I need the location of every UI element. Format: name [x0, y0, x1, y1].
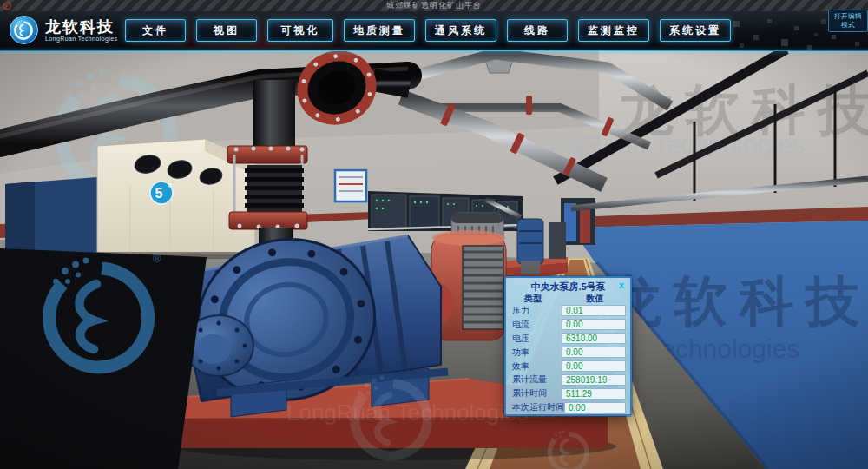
row-value: 258019.19 [562, 374, 626, 386]
pump-data-panel: 中央水泵房.5号泵 x 类型 数值 压力 0.01 电流 0.00 电压 631… [504, 276, 632, 416]
deco-square [767, 19, 772, 23]
table-row: 电压 6310.00 [506, 332, 630, 346]
brand-name: 龙软科技 [45, 19, 117, 36]
pump-room-3d-view: 龙软科技 LongRuan Technologies 龙软科技 LongRuan… [0, 50, 868, 469]
menu-system-settings[interactable]: 系统设置 [660, 19, 731, 42]
vignette [0, 50, 868, 469]
row-value: 511.29 [562, 388, 626, 400]
panel-column-headers: 类型 数值 [506, 293, 630, 304]
table-row: 累计时间 511.29 [506, 386, 630, 400]
deco-square [814, 33, 818, 36]
main-menu: 文件 视图 可视化 地质测量 通风系统 线路 监测监控 系统设置 [125, 19, 731, 42]
row-label: 压力 [512, 305, 562, 317]
row-label: 累计时间 [512, 387, 562, 400]
menu-ventilation[interactable]: 通风系统 [425, 19, 496, 42]
deco-square [740, 43, 744, 48]
deco-square [855, 42, 859, 46]
row-label: 本次运行时间 [512, 401, 564, 413]
deco-square [832, 35, 836, 39]
brand-subtitle: LongRuan Technologies [45, 36, 117, 42]
panel-title: 中央水泵房.5号泵 [530, 281, 605, 292]
table-row: 功率 0.00 [506, 346, 630, 360]
table-row: 效率 0.00 [506, 360, 630, 373]
row-label: 效率 [512, 360, 562, 373]
menu-visualization[interactable]: 可视化 [267, 19, 333, 42]
row-label: 电流 [512, 319, 562, 331]
table-row: 本次运行时间 0.00 [506, 400, 630, 414]
deco-square [821, 19, 826, 24]
close-icon[interactable]: x [619, 279, 624, 292]
row-label: 电压 [512, 333, 562, 345]
menu-view[interactable]: 视图 [196, 19, 257, 42]
row-value: 0.00 [562, 319, 626, 330]
row-value: 0.00 [564, 402, 626, 413]
row-value: 0.01 [562, 305, 626, 316]
menu-lines[interactable]: 线路 [507, 19, 568, 42]
menu-bar: 龙软科技 LongRuan Technologies 文件 视图 可视化 地质测… [0, 11, 868, 50]
deco-square [753, 35, 759, 40]
table-row: 累计流量 258019.19 [506, 373, 630, 386]
deco-square [807, 45, 812, 50]
open-edit-mode-button[interactable]: 打开编辑模式 [828, 10, 868, 32]
menu-monitoring[interactable]: 监测监控 [578, 19, 649, 42]
brand-logo: 龙软科技 LongRuan Technologies [9, 15, 117, 45]
table-row: 压力 0.01 [506, 304, 630, 318]
row-label: 功率 [512, 347, 562, 359]
deco-square [794, 26, 799, 30]
row-value: 0.00 [562, 360, 626, 372]
deco-square [781, 39, 788, 46]
row-label: 累计流量 [512, 373, 562, 386]
row-value: 6310.00 [562, 333, 626, 344]
title-bar: 城郊煤矿透明化矿山平台 [0, 0, 868, 11]
row-value: 0.00 [562, 347, 626, 358]
table-row: 电流 0.00 [506, 318, 630, 332]
deco-square [733, 21, 740, 27]
col-header-value: 数值 [560, 293, 630, 304]
menu-file[interactable]: 文件 [125, 19, 186, 42]
col-header-type: 类型 [506, 293, 560, 304]
dragon-logo-icon [9, 15, 39, 45]
window-title: 城郊煤矿透明化矿山平台 [0, 0, 868, 11]
menu-geology-survey[interactable]: 地质测量 [344, 19, 415, 42]
